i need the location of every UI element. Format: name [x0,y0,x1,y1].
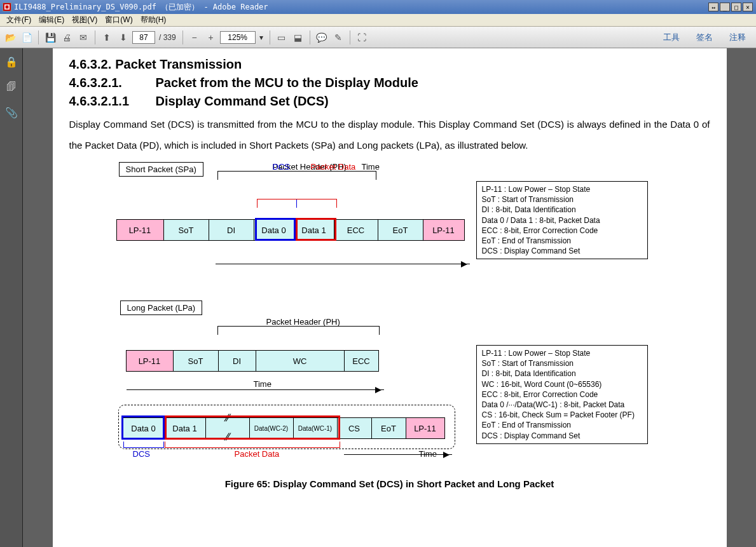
legend-lpa: LP-11 : Low Power – Stop StateSoT : Star… [476,345,648,444]
heading-1: 4.6.3.2.Packet Transmission [69,57,710,72]
figure-diagram: Short Packet (SPa) Packet Header (PH) DC… [69,162,710,492]
menu-help[interactable]: 帮助(H) [137,13,170,27]
paragraph: Display Command Set (DCS) is transmitted… [69,114,710,156]
menu-file[interactable]: 文件(F) [3,13,35,27]
lock-icon[interactable]: 🔒 [4,55,18,69]
pdf-page: 4.6.3.2.Packet Transmission 4.6.3.2.1.Pa… [53,48,727,547]
page-up-icon[interactable]: ⬆ [99,30,114,45]
lpa-row1: LP-11 SoT DI WC ECC [127,350,379,372]
time-label: Time [362,162,380,172]
heading-3: 4.6.3.2.1.1Display Command Set (DCS) [69,94,710,109]
lpa-label: Long Packet (LPa) [120,301,203,315]
menu-bar: 文件(F) 编辑(E) 视图(V) 窗口(W) 帮助(H) [0,14,756,27]
sign-link[interactable]: 签名 [696,32,713,43]
comments-link[interactable]: 注释 [729,32,746,43]
heading-2: 4.6.3.2.1.Packet from the MCU to the Dis… [69,76,710,90]
zoom-input[interactable] [220,31,256,44]
legend-spa: LP-11 : Low Power – Stop StateSoT : Star… [476,181,648,259]
figure-caption: Figure 65: Display Command Set (DCS) in … [69,478,710,489]
comment-icon[interactable]: 💬 [314,30,329,45]
minimize-button[interactable]: _ [720,3,730,11]
save-icon[interactable]: 💾 [43,30,58,45]
tools-link[interactable]: 工具 [663,32,680,43]
arrow-icon [216,264,470,264]
lpa-row2: Data 0 Data 1 Data(WC-2) Data(WC-1) CS E… [123,417,445,439]
close-button[interactable]: × [743,3,753,11]
page-input[interactable] [132,31,155,44]
dcs-label: DCS [273,162,290,172]
menu-edit[interactable]: 编辑(E) [35,13,68,27]
toolbar: 📂 📄 💾 🖨 ✉ ⬆ ⬇ / 339 − + ▾ ▭ ⬓ 💬 ✎ ⛶ 工具 签… [0,27,756,48]
fullscreen-icon[interactable]: ⛶ [354,30,369,45]
page-total: / 339 [159,33,176,42]
maximize-button[interactable]: □ [731,3,741,11]
side-panel: 🔒 🗐 📎 [0,48,23,547]
pages-icon[interactable]: 🗐 [4,80,18,94]
pdf-icon [3,3,11,11]
pd-label: Packet Data [311,162,356,172]
spa-row: LP-11 SoT DI Data 0 Data 1 ECC EoT LP-11 [117,219,465,241]
tool1-icon[interactable]: ▭ [274,30,289,45]
create-icon[interactable]: 📄 [19,30,34,45]
attachments-icon[interactable]: 📎 [4,105,18,119]
open-icon[interactable]: 📂 [3,30,18,45]
title-bar: ILI9488_Preliminary_DS_V090.pdf （已加密） - … [0,0,756,14]
zoom-in-icon[interactable]: + [203,30,219,45]
print-icon[interactable]: 🖨 [59,30,74,45]
spa-label: Short Packet (SPa) [119,162,203,177]
menu-view[interactable]: 视图(V) [68,13,101,27]
restore-icon[interactable]: ↔ [708,3,718,11]
zoom-dropdown-icon[interactable]: ▾ [259,33,263,42]
window-title: ILI9488_Preliminary_DS_V090.pdf （已加密） - … [14,2,268,13]
email-icon[interactable]: ✉ [76,30,91,45]
zoom-out-icon[interactable]: − [187,30,202,45]
highlight-icon[interactable]: ✎ [331,30,346,45]
menu-window[interactable]: 窗口(W) [101,13,136,27]
document-view[interactable]: 4.6.3.2.Packet Transmission 4.6.3.2.1.Pa… [23,48,756,547]
page-down-icon[interactable]: ⬇ [116,30,131,45]
tool2-icon[interactable]: ⬓ [291,30,306,45]
ph2-label: Packet Header (PH) [266,317,340,327]
